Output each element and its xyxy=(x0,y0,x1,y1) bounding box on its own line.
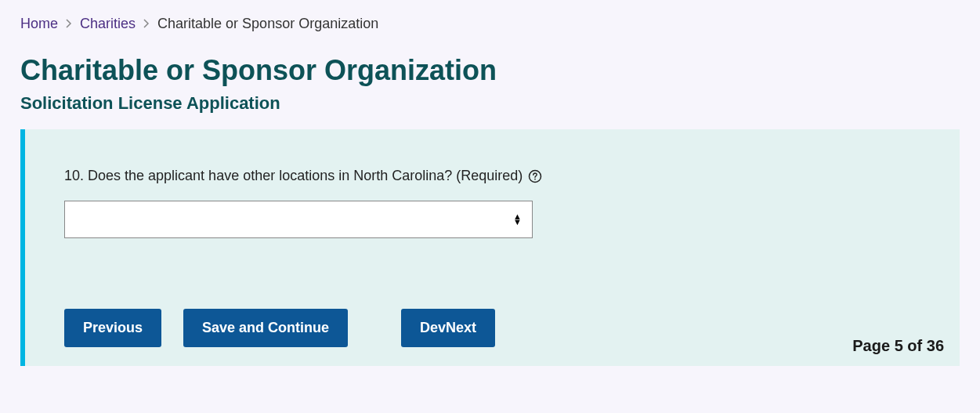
save-continue-button[interactable]: Save and Continue xyxy=(183,309,348,347)
form-panel: 10. Does the applicant have other locati… xyxy=(20,129,960,366)
page-title: Charitable or Sponsor Organization xyxy=(20,54,960,87)
previous-button[interactable]: Previous xyxy=(64,309,161,347)
locations-select[interactable] xyxy=(64,201,533,238)
help-icon[interactable] xyxy=(528,169,542,183)
devnext-button[interactable]: DevNext xyxy=(401,309,495,347)
breadcrumb-home[interactable]: Home xyxy=(20,16,58,32)
question-text: 10. Does the applicant have other locati… xyxy=(64,168,523,183)
breadcrumb-current: Charitable or Sponsor Organization xyxy=(157,16,378,32)
breadcrumb-charities[interactable]: Charities xyxy=(80,16,136,32)
select-wrapper: ▲▼ xyxy=(64,201,533,238)
chevron-right-icon xyxy=(66,18,72,31)
button-row: Previous Save and Continue DevNext xyxy=(64,309,920,347)
svg-point-1 xyxy=(534,179,536,180)
question-label: 10. Does the applicant have other locati… xyxy=(64,165,920,187)
page-indicator: Page 5 of 36 xyxy=(852,337,944,355)
breadcrumb: Home Charities Charitable or Sponsor Org… xyxy=(20,16,960,32)
page-subtitle: Solicitation License Application xyxy=(20,93,960,114)
chevron-right-icon xyxy=(143,18,150,31)
